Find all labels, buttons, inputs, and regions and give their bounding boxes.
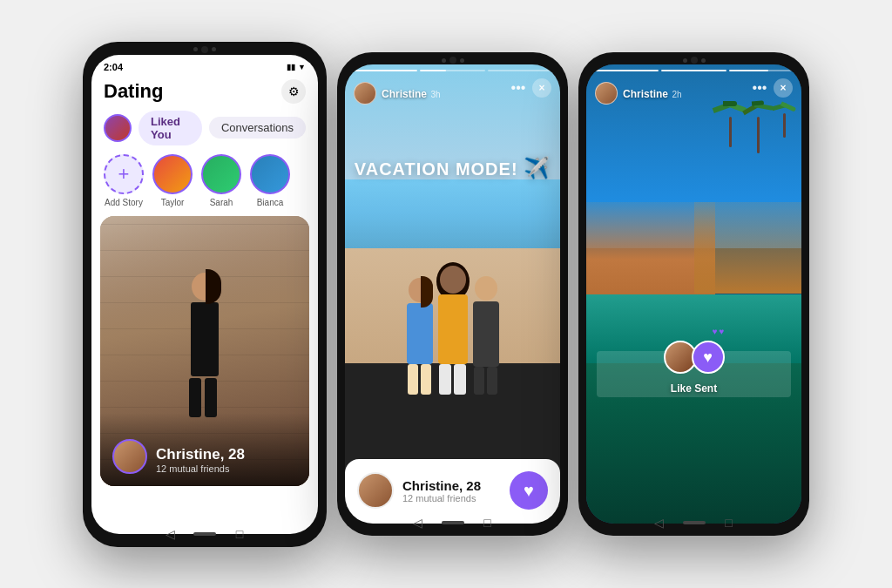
story-top-bar-2: Christine 3h ••• × [345,64,560,108]
story-time-2: 3h [430,90,440,99]
girls-group [407,266,499,395]
tab-bar: Liked You Conversations [91,111,318,154]
phone-2-screen: VACATION MODE! ✈️ [345,64,560,524]
home-button[interactable] [193,532,216,536]
girl-1-legs [408,364,431,395]
story-more-button-3[interactable]: ••• [751,79,768,97]
profile-card[interactable]: Christine, 28 12 mutual friends [100,216,309,486]
back-button[interactable]: ◁ [162,526,178,542]
bianca-avatar[interactable] [250,154,290,194]
figure-hair [206,269,221,304]
taylor-label: Taylor [161,198,185,207]
girl-1 [407,278,433,395]
vacation-text: VACATION MODE! ✈️ [355,156,551,180]
sarah-label: Sarah [210,198,233,207]
camera-dot-2 [449,57,456,64]
tab-liked-you[interactable]: Liked You [139,111,202,145]
recents-button-3[interactable]: □ [721,515,737,531]
home-button-3[interactable] [683,521,706,524]
story-close-button-2[interactable]: × [532,78,551,98]
battery-icon: ▮▮ [287,63,295,71]
camera-dot [201,46,208,53]
figure-body [191,302,219,376]
building-2 [694,202,802,294]
girl-2-legs [439,364,466,395]
stories-row: + Add Story Taylor Sarah Bianca [91,154,318,216]
phone-1: 2:04 ▮▮ ▼ Dating ⚙ Liked You Conversatio… [83,42,327,547]
story-close-button-3[interactable]: × [774,78,793,98]
recents-button-2[interactable]: □ [480,515,496,531]
story-taylor[interactable]: Taylor [152,154,193,207]
palm-trees-group [720,101,793,153]
add-story-label: Add Story [105,198,143,207]
taylor-avatar[interactable] [152,154,193,194]
story-sarah[interactable]: Sarah [201,154,241,207]
girl-3-legs [474,367,497,395]
back-button-3[interactable]: ◁ [652,515,667,531]
story-screen-3: Christine 2h ••• × ♥ ♥ [586,64,801,524]
settings-button[interactable]: ⚙ [281,79,306,104]
floating-hearts: ♥ ♥ [713,327,725,336]
story-username-2: Christine [382,88,427,100]
story-bottom-details-2: Christine, 28 12 mutual friends [402,478,481,504]
card-avatar [112,439,147,474]
like-sent-text: Like Sent [671,382,717,395]
phone-2-nav: ◁ □ [337,515,568,531]
tab-conversations[interactable]: Conversations [209,117,306,139]
heart-circle-like: ♥ [692,341,725,374]
story-user-details-3: Christine 2h [623,85,682,101]
status-bar: 2:04 ▮▮ ▼ [91,55,318,76]
app-header: Dating ⚙ [91,76,318,111]
story-bianca[interactable]: Bianca [250,154,290,207]
camera-dot-3 [691,57,698,64]
phone-3: Christine 2h ••• × ♥ ♥ [578,52,809,536]
girl-2-body [438,294,468,364]
home-button-2[interactable] [442,521,464,524]
like-sent-avatars: ♥ ♥ ♥ [664,335,725,379]
card-name: Christine, 28 [156,446,245,463]
figure-head [192,273,218,301]
girl-3 [473,276,499,395]
add-story-item[interactable]: + Add Story [104,154,144,207]
app-title: Dating [104,80,163,103]
story-bottom-card-2: Christine, 28 12 mutual friends ♥ [345,459,560,524]
sensor-dot [212,47,216,51]
palm-2-trunk [757,117,760,153]
figure-legs [189,378,220,417]
palm-3 [775,101,793,153]
story-user-info-3: Christine 2h [595,82,682,105]
girl-3-head [475,276,497,301]
mini-heart-1: ♥ [713,327,718,336]
story-bottom-mutual-2: 12 mutual friends [402,493,481,504]
story-more-button-2[interactable]: ••• [510,79,527,97]
user-avatar-small[interactable] [104,114,132,142]
girl-3-body [473,301,499,367]
card-mutual: 12 mutual friends [156,463,245,474]
sensor-dot-2 [460,58,464,63]
girl-2 [438,266,468,395]
status-icons: ▮▮ ▼ [287,63,306,71]
phone-2: VACATION MODE! ✈️ [337,52,568,536]
bianca-label: Bianca [257,198,284,207]
like-button-2[interactable]: ♥ [510,471,548,510]
story-user-avatar-3 [595,82,618,105]
story-screen-2: VACATION MODE! ✈️ [345,64,560,524]
pool-background [586,64,801,524]
add-story-avatar[interactable]: + [104,154,144,194]
card-info: Christine, 28 12 mutual friends [156,446,245,474]
story-user-avatar-2 [354,82,376,105]
story-user-info-2: Christine 3h [354,82,441,105]
story-user-details-2: Christine 3h [382,85,441,101]
phone-3-nav: ◁ □ [578,515,809,531]
palm-2 [747,101,768,153]
story-time-3: 2h [672,90,681,99]
story-bottom-name-2: Christine, 28 [402,478,481,493]
plane-emoji: ✈️ [524,156,551,179]
story-bottom-info-2: Christine, 28 12 mutual friends [357,472,481,509]
speaker-dot [193,47,198,51]
status-time: 2:04 [104,62,123,72]
phone-3-screen: Christine 2h ••• × ♥ ♥ [586,64,801,524]
back-button-2[interactable]: ◁ [410,515,426,531]
recents-button[interactable]: □ [232,526,247,542]
sarah-avatar[interactable] [201,154,241,194]
